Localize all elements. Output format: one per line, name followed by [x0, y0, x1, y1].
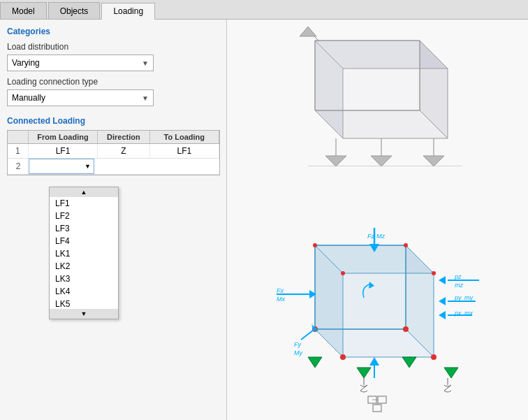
th-to-loading: To Loading [150, 131, 219, 143]
svg-marker-10 [423, 156, 444, 166]
row1-num: 1 [8, 144, 29, 158]
svg-text:pz: pz [454, 273, 462, 280]
right-panel: Fx Mx Fz Mz pz mz py my px mx Fy My [227, 20, 528, 420]
scroll-down-arrow-icon[interactable]: ▼ [50, 309, 118, 319]
dropdown-list-items: LF1 LF2 LF3 LF4 LK1 LK2 LK3 LK4 LK5 LK6 [50, 197, 118, 309]
th-direction: Direction [98, 131, 150, 143]
svg-text:Fz: Fz [367, 233, 374, 240]
top-diagram [280, 27, 476, 166]
svg-point-47 [313, 243, 317, 247]
loading-connection-type-value: Manually [12, 93, 45, 103]
view-icon[interactable] [367, 396, 388, 414]
row2-num: 2 [8, 160, 29, 173]
tab-loading[interactable]: Loading [101, 3, 155, 20]
tab-model[interactable]: Model [0, 2, 47, 19]
row2-from-loading-dropdown[interactable]: ▼ [29, 159, 94, 174]
svg-marker-6 [325, 156, 346, 166]
row2-input-row: 2 ▼ [8, 159, 219, 175]
connected-loading-table: From Loading Direction To Loading 1 LF1 … [7, 130, 220, 175]
svg-marker-53 [402, 357, 416, 368]
svg-marker-8 [371, 156, 392, 166]
list-item[interactable]: LK3 [50, 273, 118, 285]
svg-point-48 [404, 243, 408, 247]
loading-connection-type-arrow-icon: ▼ [142, 94, 149, 102]
categories-label: Categories [7, 27, 219, 36]
th-num [8, 131, 29, 143]
svg-text:Fy: Fy [294, 341, 301, 348]
svg-marker-39 [439, 311, 446, 319]
svg-text:px: px [454, 310, 462, 317]
svg-point-44 [403, 326, 409, 332]
table-header: From Loading Direction To Loading [8, 131, 219, 144]
svg-marker-54 [444, 368, 458, 378]
svg-marker-41 [369, 357, 379, 365]
svg-point-49 [341, 271, 345, 275]
svg-rect-72 [378, 396, 386, 403]
row2-arrow-icon: ▼ [85, 163, 91, 170]
load-distribution-dropdown[interactable]: Varying ▼ [7, 55, 154, 71]
list-item[interactable]: LK2 [50, 260, 118, 273]
list-item[interactable]: LF3 [50, 222, 118, 235]
bottom-diagram: Fx Mx Fz Mz pz mz py my px mx Fy My [273, 217, 483, 413]
list-item[interactable]: LK1 [50, 247, 118, 260]
list-item[interactable]: LF2 [50, 210, 118, 222]
row1-from-loading: LF1 [29, 144, 98, 158]
connected-loading-label: Connected Loading [7, 116, 219, 126]
svg-text:Mz: Mz [376, 233, 385, 240]
svg-rect-73 [373, 405, 381, 412]
svg-marker-27 [315, 245, 406, 329]
svg-text:py: py [454, 294, 462, 301]
svg-point-46 [431, 354, 437, 360]
loading-connection-type-label: Loading connection type [7, 77, 219, 87]
svg-text:Mx: Mx [277, 296, 285, 303]
scroll-up-arrow-icon[interactable]: ▲ [50, 187, 118, 197]
svg-text:Fx: Fx [277, 287, 284, 294]
svg-text:My: My [294, 349, 302, 356]
table-row[interactable]: 1 LF1 Z LF1 [8, 144, 219, 159]
svg-text:mz: mz [455, 282, 463, 289]
load-distribution-arrow-icon: ▼ [142, 59, 149, 67]
th-from-loading: From Loading [29, 131, 98, 143]
svg-marker-37 [439, 297, 446, 305]
svg-text:mx: mx [464, 310, 473, 317]
svg-text:my: my [464, 294, 473, 301]
left-panel: Categories Load distribution Varying ▼ L… [0, 20, 227, 420]
svg-marker-35 [439, 276, 446, 284]
load-distribution-value: Varying [12, 58, 40, 68]
svg-marker-4 [315, 41, 420, 110]
main-layout: Categories Load distribution Varying ▼ L… [0, 20, 528, 420]
svg-marker-12 [300, 27, 316, 36]
list-item[interactable]: LF1 [50, 197, 118, 210]
list-item[interactable]: LK4 [50, 285, 118, 298]
row1-to-loading: LF1 [150, 144, 219, 158]
row1-direction: Z [98, 144, 150, 158]
dropdown-list: ▲ LF1 LF2 LF3 LF4 LK1 LK2 LK3 LK4 LK5 LK… [49, 187, 119, 319]
svg-point-45 [340, 354, 346, 360]
list-item[interactable]: LK5 [50, 298, 118, 309]
tab-objects[interactable]: Objects [48, 2, 101, 19]
svg-point-50 [432, 271, 436, 275]
load-distribution-label: Load distribution [7, 42, 219, 52]
svg-marker-52 [357, 368, 371, 378]
svg-marker-51 [308, 357, 322, 368]
loading-connection-type-dropdown[interactable]: Manually ▼ [7, 89, 154, 106]
list-item[interactable]: LF4 [50, 235, 118, 247]
tab-bar: Model Objects Loading [0, 0, 528, 20]
